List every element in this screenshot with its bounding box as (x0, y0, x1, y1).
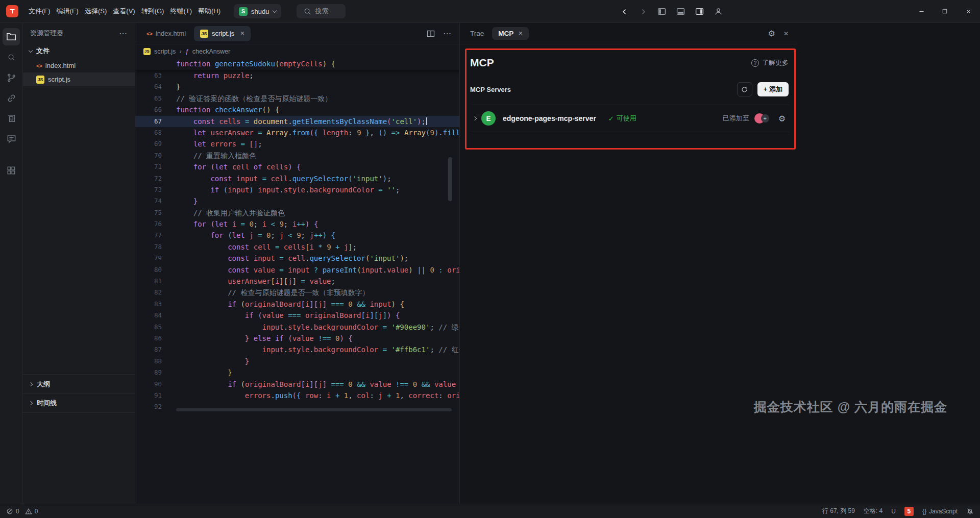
app-logo-icon[interactable] (6, 5, 18, 17)
activity-builder-icon[interactable] (3, 110, 20, 127)
cursor-position[interactable]: 行 67, 列 59 (822, 507, 855, 515)
server-settings-gear-icon[interactable]: ⚙ (778, 114, 786, 124)
line-number: 64 (135, 81, 162, 92)
account-icon[interactable] (714, 7, 723, 16)
line-number: 78 (135, 241, 162, 253)
more-actions-icon[interactable]: ⋯ (443, 29, 451, 38)
menu-item[interactable]: 终端(T) (167, 4, 195, 19)
tab-trae[interactable]: Trae (468, 27, 486, 40)
more-actions-icon[interactable]: ⋯ (119, 29, 128, 38)
line-number: 84 (135, 310, 162, 321)
line-number: 86 (135, 333, 162, 344)
line-number: 83 (135, 299, 162, 310)
line-number: 69 (135, 138, 162, 150)
code-line: 91 errors.push({ row: i + 1, col: j + 1,… (135, 390, 459, 401)
add-server-button[interactable]: + 添加 (757, 82, 789, 96)
file-script.js[interactable]: JSscript.js (23, 72, 135, 86)
line-number: 81 (135, 276, 162, 287)
toggle-bottom-panel-icon[interactable] (676, 7, 685, 16)
toggle-right-panel-icon[interactable] (695, 7, 704, 16)
toggle-left-sidebar-icon[interactable] (657, 7, 666, 16)
window-minimize-button[interactable] (910, 0, 933, 22)
menu-item[interactable]: 转到(G) (138, 4, 167, 19)
server-avatar: E (481, 111, 496, 126)
settings-gear-icon[interactable]: ⚙ (768, 29, 775, 38)
server-name: edgeone-pages-mcp-server (503, 114, 596, 122)
files-section-header[interactable]: 文件 (23, 43, 135, 59)
window-close-button[interactable] (957, 0, 980, 22)
code-line: 68 let userAnswer = Array.from({ length:… (135, 127, 459, 138)
split-editor-icon[interactable] (427, 30, 435, 38)
code-line: 77 for (let j = 0; j < 9; j++) { (135, 230, 459, 241)
servers-label: MCP Servers (470, 86, 511, 93)
editor-tab-bar: <> index.html JS script.js ✕ ⋯ (135, 23, 459, 44)
activity-explorer-icon[interactable] (3, 28, 20, 45)
activity-mcp-icon[interactable] (3, 89, 20, 107)
tab-index-html[interactable]: <> index.html (140, 26, 192, 41)
menu-item[interactable]: 编辑(E) (54, 4, 82, 19)
ai-panel: Trae MCP ✕ ⚙ ✕ MCP ? 了解更多 MCP Servers (460, 23, 980, 504)
code-line: 90 if (originalBoard[i][j] === 0 && valu… (135, 379, 459, 390)
line-number: 80 (135, 264, 162, 276)
line-number: 91 (135, 390, 162, 401)
language-mode[interactable]: JavaScript (929, 508, 958, 515)
refresh-button[interactable] (737, 82, 752, 96)
activity-extensions-icon[interactable] (3, 162, 20, 179)
server-list-item[interactable]: E edgeone-pages-mcp-server ✓ 可使用 已添加至 + … (470, 105, 789, 132)
activity-chat-icon[interactable] (3, 130, 20, 147)
learn-more-link[interactable]: ? 了解更多 (751, 58, 789, 67)
indentation[interactable]: 空格: 4 (864, 507, 883, 515)
activity-search-icon[interactable] (3, 48, 20, 66)
line-number: 70 (135, 150, 162, 161)
tab-mcp[interactable]: MCP ✕ (492, 27, 529, 40)
add-target-icon[interactable]: + (761, 114, 769, 122)
chevron-right-icon[interactable] (473, 116, 477, 120)
chevron-right-icon (29, 382, 33, 386)
line-number: 63 (135, 70, 162, 81)
server-status-badge: ✓ 可使用 (608, 114, 636, 123)
breadcrumb[interactable]: JS script.js › ƒ checkAnswer (135, 44, 459, 58)
activity-source-control-icon[interactable] (3, 69, 20, 86)
menu-item[interactable]: 文件(F) (26, 4, 54, 19)
error-count[interactable]: 0 (16, 508, 19, 515)
line-number: 88 (135, 356, 162, 367)
js-file-icon: JS (36, 76, 44, 84)
added-to-label: 已添加至 (723, 114, 749, 123)
nav-forward-icon[interactable] (639, 8, 647, 16)
code-line: 65// 验证答案的函数（检查是否与原始谜题一致） (135, 93, 459, 104)
nav-back-icon[interactable] (621, 8, 629, 16)
watermark: 掘金技术社区 @ 六月的雨在掘金 (754, 399, 947, 415)
line-number: 85 (135, 322, 162, 333)
text-cursor (426, 117, 427, 125)
panel-tab-bar: Trae MCP ✕ ⚙ ✕ (460, 23, 797, 44)
timeline-section-header[interactable]: 时间线 (23, 393, 135, 413)
menu-item[interactable]: 选择(S) (82, 4, 110, 19)
html-file-icon: <> (146, 31, 152, 37)
file-index.html[interactable]: <>index.html (23, 59, 135, 72)
warnings-icon[interactable] (25, 508, 32, 515)
project-selector[interactable]: S shudu (234, 4, 281, 18)
panel-close-icon[interactable]: ✕ (783, 30, 789, 37)
tab-label: index.html (156, 30, 186, 37)
breadcrumb-symbol: checkAnswer (192, 48, 230, 55)
outline-section-header[interactable]: 大纲 (23, 374, 135, 393)
breadcrumb-separator: › (179, 48, 181, 55)
line-number: 75 (135, 207, 162, 218)
code-editor[interactable]: function generateSudoku(emptyCells) {63 … (135, 58, 459, 413)
horizontal-scrollbar[interactable] (176, 408, 452, 411)
tab-script-js[interactable]: JS script.js ✕ (194, 26, 251, 41)
menu-item[interactable]: 帮助(H) (195, 4, 224, 19)
menu-item[interactable]: 查看(V) (110, 4, 138, 19)
code-line: 85 input.style.backgroundColor = '#90ee9… (135, 322, 459, 333)
code-line: 88 } (135, 356, 459, 367)
global-search[interactable]: 搜索 (297, 4, 346, 18)
vertical-scrollbar[interactable] (448, 157, 452, 201)
errors-icon[interactable] (6, 508, 13, 515)
window-maximize-button[interactable] (933, 0, 957, 22)
close-icon[interactable]: ✕ (518, 30, 523, 37)
close-icon[interactable]: ✕ (240, 30, 244, 37)
code-line: 83 if (originalBoard[i][j] === 0 && inpu… (135, 299, 459, 310)
warning-count[interactable]: 0 (35, 508, 38, 515)
notifications-bell-icon[interactable] (966, 507, 974, 515)
encoding[interactable]: U (891, 508, 896, 515)
